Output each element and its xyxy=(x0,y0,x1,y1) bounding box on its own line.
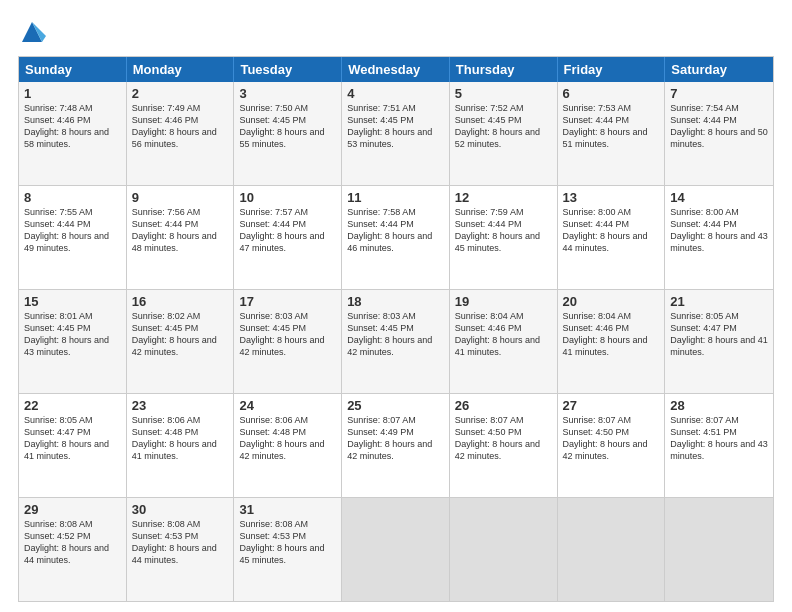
cell-info: Sunrise: 8:00 AMSunset: 4:44 PMDaylight:… xyxy=(563,207,648,253)
day-header-tuesday: Tuesday xyxy=(234,57,342,82)
day-cell-30: 30Sunrise: 8:08 AMSunset: 4:53 PMDayligh… xyxy=(127,498,235,601)
day-cell-6: 6Sunrise: 7:53 AMSunset: 4:44 PMDaylight… xyxy=(558,82,666,185)
cell-info: Sunrise: 8:07 AMSunset: 4:51 PMDaylight:… xyxy=(670,415,768,461)
day-number: 16 xyxy=(132,294,229,309)
day-cell-8: 8Sunrise: 7:55 AMSunset: 4:44 PMDaylight… xyxy=(19,186,127,289)
day-number: 28 xyxy=(670,398,768,413)
logo-icon xyxy=(18,18,46,46)
day-cell-1: 1Sunrise: 7:48 AMSunset: 4:46 PMDaylight… xyxy=(19,82,127,185)
day-cell-12: 12Sunrise: 7:59 AMSunset: 4:44 PMDayligh… xyxy=(450,186,558,289)
cell-info: Sunrise: 7:48 AMSunset: 4:46 PMDaylight:… xyxy=(24,103,109,149)
cell-info: Sunrise: 8:07 AMSunset: 4:50 PMDaylight:… xyxy=(563,415,648,461)
cell-info: Sunrise: 7:57 AMSunset: 4:44 PMDaylight:… xyxy=(239,207,324,253)
day-cell-18: 18Sunrise: 8:03 AMSunset: 4:45 PMDayligh… xyxy=(342,290,450,393)
cell-info: Sunrise: 8:02 AMSunset: 4:45 PMDaylight:… xyxy=(132,311,217,357)
calendar-body: 1Sunrise: 7:48 AMSunset: 4:46 PMDaylight… xyxy=(19,82,773,601)
day-number: 21 xyxy=(670,294,768,309)
day-cell-19: 19Sunrise: 8:04 AMSunset: 4:46 PMDayligh… xyxy=(450,290,558,393)
day-number: 30 xyxy=(132,502,229,517)
day-number: 23 xyxy=(132,398,229,413)
day-cell-20: 20Sunrise: 8:04 AMSunset: 4:46 PMDayligh… xyxy=(558,290,666,393)
day-cell-13: 13Sunrise: 8:00 AMSunset: 4:44 PMDayligh… xyxy=(558,186,666,289)
day-cell-9: 9Sunrise: 7:56 AMSunset: 4:44 PMDaylight… xyxy=(127,186,235,289)
day-header-thursday: Thursday xyxy=(450,57,558,82)
cell-info: Sunrise: 7:53 AMSunset: 4:44 PMDaylight:… xyxy=(563,103,648,149)
empty-cell xyxy=(450,498,558,601)
day-number: 20 xyxy=(563,294,660,309)
day-number: 15 xyxy=(24,294,121,309)
cell-info: Sunrise: 8:05 AMSunset: 4:47 PMDaylight:… xyxy=(24,415,109,461)
day-number: 29 xyxy=(24,502,121,517)
day-cell-25: 25Sunrise: 8:07 AMSunset: 4:49 PMDayligh… xyxy=(342,394,450,497)
empty-cell xyxy=(342,498,450,601)
cell-info: Sunrise: 8:08 AMSunset: 4:53 PMDaylight:… xyxy=(132,519,217,565)
day-number: 7 xyxy=(670,86,768,101)
calendar: SundayMondayTuesdayWednesdayThursdayFrid… xyxy=(18,56,774,602)
day-number: 1 xyxy=(24,86,121,101)
week-row-3: 15Sunrise: 8:01 AMSunset: 4:45 PMDayligh… xyxy=(19,289,773,393)
week-row-4: 22Sunrise: 8:05 AMSunset: 4:47 PMDayligh… xyxy=(19,393,773,497)
empty-cell xyxy=(558,498,666,601)
day-header-saturday: Saturday xyxy=(665,57,773,82)
day-number: 13 xyxy=(563,190,660,205)
cell-info: Sunrise: 8:05 AMSunset: 4:47 PMDaylight:… xyxy=(670,311,768,357)
cell-info: Sunrise: 8:01 AMSunset: 4:45 PMDaylight:… xyxy=(24,311,109,357)
day-number: 2 xyxy=(132,86,229,101)
day-cell-21: 21Sunrise: 8:05 AMSunset: 4:47 PMDayligh… xyxy=(665,290,773,393)
day-number: 18 xyxy=(347,294,444,309)
day-cell-2: 2Sunrise: 7:49 AMSunset: 4:46 PMDaylight… xyxy=(127,82,235,185)
empty-cell xyxy=(665,498,773,601)
day-number: 10 xyxy=(239,190,336,205)
cell-info: Sunrise: 8:04 AMSunset: 4:46 PMDaylight:… xyxy=(563,311,648,357)
cell-info: Sunrise: 8:06 AMSunset: 4:48 PMDaylight:… xyxy=(132,415,217,461)
day-cell-23: 23Sunrise: 8:06 AMSunset: 4:48 PMDayligh… xyxy=(127,394,235,497)
day-number: 3 xyxy=(239,86,336,101)
day-number: 17 xyxy=(239,294,336,309)
day-cell-10: 10Sunrise: 7:57 AMSunset: 4:44 PMDayligh… xyxy=(234,186,342,289)
day-number: 22 xyxy=(24,398,121,413)
cell-info: Sunrise: 8:03 AMSunset: 4:45 PMDaylight:… xyxy=(347,311,432,357)
day-header-friday: Friday xyxy=(558,57,666,82)
day-header-wednesday: Wednesday xyxy=(342,57,450,82)
logo xyxy=(18,18,48,46)
cell-info: Sunrise: 7:55 AMSunset: 4:44 PMDaylight:… xyxy=(24,207,109,253)
day-cell-24: 24Sunrise: 8:06 AMSunset: 4:48 PMDayligh… xyxy=(234,394,342,497)
day-cell-5: 5Sunrise: 7:52 AMSunset: 4:45 PMDaylight… xyxy=(450,82,558,185)
day-cell-17: 17Sunrise: 8:03 AMSunset: 4:45 PMDayligh… xyxy=(234,290,342,393)
cell-info: Sunrise: 8:08 AMSunset: 4:52 PMDaylight:… xyxy=(24,519,109,565)
day-header-sunday: Sunday xyxy=(19,57,127,82)
day-number: 31 xyxy=(239,502,336,517)
week-row-1: 1Sunrise: 7:48 AMSunset: 4:46 PMDaylight… xyxy=(19,82,773,185)
day-number: 5 xyxy=(455,86,552,101)
calendar-header: SundayMondayTuesdayWednesdayThursdayFrid… xyxy=(19,57,773,82)
day-cell-22: 22Sunrise: 8:05 AMSunset: 4:47 PMDayligh… xyxy=(19,394,127,497)
day-number: 12 xyxy=(455,190,552,205)
day-cell-16: 16Sunrise: 8:02 AMSunset: 4:45 PMDayligh… xyxy=(127,290,235,393)
cell-info: Sunrise: 8:00 AMSunset: 4:44 PMDaylight:… xyxy=(670,207,768,253)
cell-info: Sunrise: 8:06 AMSunset: 4:48 PMDaylight:… xyxy=(239,415,324,461)
header xyxy=(18,18,774,46)
week-row-5: 29Sunrise: 8:08 AMSunset: 4:52 PMDayligh… xyxy=(19,497,773,601)
cell-info: Sunrise: 8:07 AMSunset: 4:50 PMDaylight:… xyxy=(455,415,540,461)
day-cell-3: 3Sunrise: 7:50 AMSunset: 4:45 PMDaylight… xyxy=(234,82,342,185)
cell-info: Sunrise: 7:54 AMSunset: 4:44 PMDaylight:… xyxy=(670,103,768,149)
day-cell-14: 14Sunrise: 8:00 AMSunset: 4:44 PMDayligh… xyxy=(665,186,773,289)
day-number: 11 xyxy=(347,190,444,205)
day-cell-7: 7Sunrise: 7:54 AMSunset: 4:44 PMDaylight… xyxy=(665,82,773,185)
day-number: 26 xyxy=(455,398,552,413)
day-cell-4: 4Sunrise: 7:51 AMSunset: 4:45 PMDaylight… xyxy=(342,82,450,185)
day-number: 4 xyxy=(347,86,444,101)
cell-info: Sunrise: 7:56 AMSunset: 4:44 PMDaylight:… xyxy=(132,207,217,253)
cell-info: Sunrise: 7:59 AMSunset: 4:44 PMDaylight:… xyxy=(455,207,540,253)
day-number: 25 xyxy=(347,398,444,413)
day-cell-31: 31Sunrise: 8:08 AMSunset: 4:53 PMDayligh… xyxy=(234,498,342,601)
day-number: 19 xyxy=(455,294,552,309)
cell-info: Sunrise: 8:07 AMSunset: 4:49 PMDaylight:… xyxy=(347,415,432,461)
cell-info: Sunrise: 7:52 AMSunset: 4:45 PMDaylight:… xyxy=(455,103,540,149)
day-number: 9 xyxy=(132,190,229,205)
day-number: 27 xyxy=(563,398,660,413)
cell-info: Sunrise: 8:08 AMSunset: 4:53 PMDaylight:… xyxy=(239,519,324,565)
day-number: 14 xyxy=(670,190,768,205)
day-number: 6 xyxy=(563,86,660,101)
day-cell-29: 29Sunrise: 8:08 AMSunset: 4:52 PMDayligh… xyxy=(19,498,127,601)
